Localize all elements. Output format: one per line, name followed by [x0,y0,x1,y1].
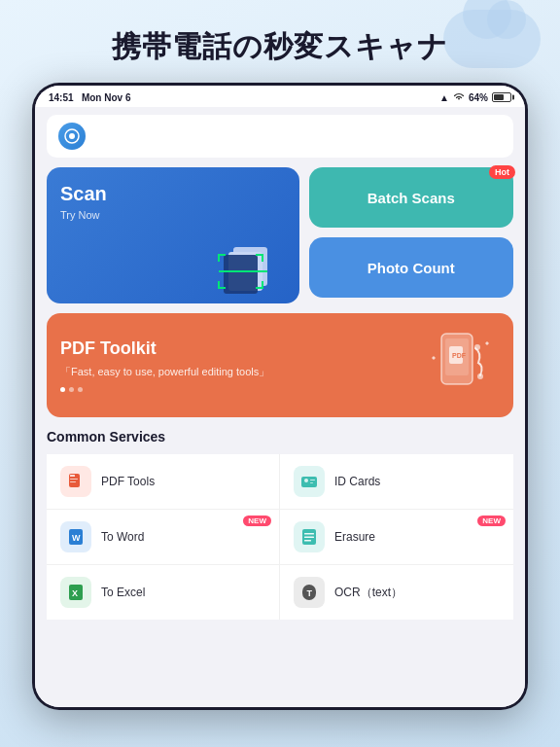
svg-point-11 [477,374,483,379]
svg-rect-16 [301,477,317,487]
status-indicators: ▲ 64% [439,91,511,103]
svg-rect-14 [70,479,78,480]
erasure-new-badge: NEW [477,516,506,526]
service-to-word[interactable]: W To Word NEW [47,510,280,565]
scan-card-subtitle: Try Now [60,209,286,221]
to-excel-label: To Excel [101,586,145,599]
battery-label: 64% [469,92,488,103]
svg-point-1 [69,133,75,139]
svg-point-10 [474,344,480,350]
page-title: 携帯電話の秒変スキャナ [0,0,560,83]
svg-text:PDF: PDF [452,352,467,359]
scan-card-title: Scan [60,183,286,205]
title-text: 携帯電話の秒変 [112,30,324,62]
svg-rect-19 [310,482,313,483]
pdf-tools-label: PDF Tools [101,475,155,488]
service-to-excel[interactable]: X To Excel [47,565,280,620]
hot-badge: Hot [489,165,515,179]
svg-rect-23 [304,533,314,535]
service-pdf-tools[interactable]: PDF Tools [47,454,280,510]
erasure-icon [294,521,325,552]
svg-rect-15 [70,481,76,482]
app-logo [58,123,86,150]
dot-1 [60,387,65,392]
common-services-title: Common Services [47,429,513,445]
svg-rect-13 [70,475,75,477]
pdf-illustration: PDF [412,329,500,402]
service-id-cards[interactable]: ID Cards [280,454,513,510]
battery-icon [492,92,511,102]
dot-3 [78,387,83,392]
ocr-label: OCR（text） [334,585,402,601]
svg-rect-24 [304,537,314,539]
dot-2 [69,387,74,392]
signal-icon: ▲ [439,92,449,103]
pdf-banner-content: PDF Toolkit 「Fast, easy to use, powerful… [60,338,412,392]
svg-rect-4 [224,255,258,294]
svg-text:T: T [307,588,313,598]
date-display: Mon Nov 6 [82,92,131,103]
scan-card[interactable]: Scan Try Now [47,167,299,303]
pdf-banner-subtitle: 「Fast, easy to use, powerful editing too… [60,365,412,379]
to-word-label: To Word [101,530,144,544]
service-erasure[interactable]: Erasure NEW [280,510,513,565]
title-highlight: スキャナ [324,30,448,62]
device-screen: 14:51 Mon Nov 6 ▲ 64% [35,86,525,707]
to-excel-icon: X [60,577,91,608]
main-cards-row: Scan Try Now [47,167,513,303]
right-cards: Batch Scans Hot Photo Count [309,167,513,303]
batch-scans-label: Batch Scans [368,190,455,206]
svg-rect-18 [310,480,315,480]
time-display: 14:51 [49,92,74,103]
pdf-banner-title: PDF Toolkit [60,338,412,359]
to-word-icon: W [60,521,91,552]
device-frame: 14:51 Mon Nov 6 ▲ 64% [32,83,528,710]
svg-rect-25 [304,540,311,542]
photo-count-card[interactable]: Photo Count [309,237,513,298]
svg-text:X: X [72,588,78,598]
batch-scans-card[interactable]: Batch Scans Hot [309,167,513,228]
svg-point-17 [304,479,308,482]
id-cards-icon [294,466,325,497]
status-bar: 14:51 Mon Nov 6 ▲ 64% [35,86,525,107]
id-cards-label: ID Cards [334,475,380,488]
pdf-dots-indicator [60,387,412,392]
scan-illustration [214,228,292,296]
status-time: 14:51 Mon Nov 6 [49,92,130,103]
pdf-toolkit-banner[interactable]: PDF Toolkit 「Fast, easy to use, powerful… [47,313,513,417]
pdf-tools-icon [60,466,91,497]
service-ocr[interactable]: T OCR（text） [280,565,513,620]
erasure-label: Erasure [334,530,375,544]
wifi-icon [453,91,465,103]
photo-count-label: Photo Count [368,260,455,276]
app-header [47,115,513,158]
ocr-icon: T [294,577,325,608]
app-content[interactable]: Scan Try Now [35,107,525,707]
svg-text:W: W [72,533,81,543]
services-grid: PDF Tools ID Cards W To Word NEW [47,454,513,620]
to-word-new-badge: NEW [243,516,271,526]
